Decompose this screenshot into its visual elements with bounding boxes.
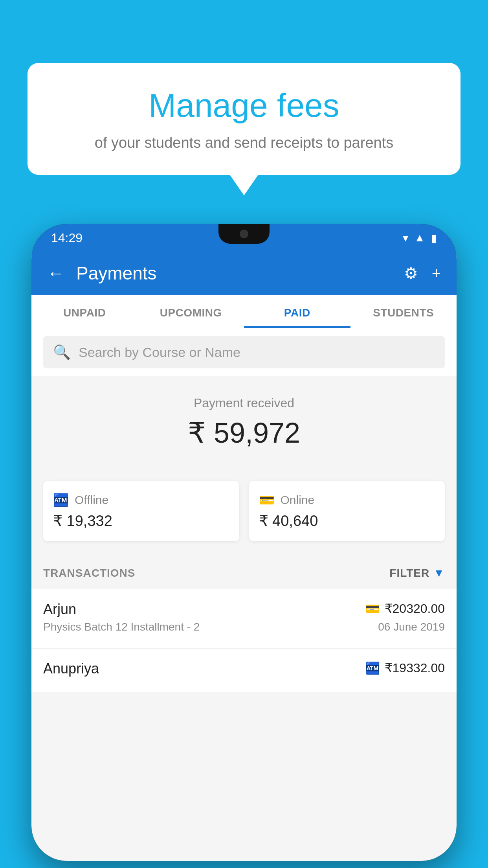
back-button[interactable]: ← [47,263,64,283]
add-icon[interactable]: + [432,265,441,282]
transaction-item-anupriya[interactable]: Anupriya 🏧 ₹19332.00 [31,649,457,692]
bubble-title: Manage fees [47,86,441,125]
payment-total-amount: ₹ 59,972 [43,416,445,449]
app-screen: ← Payments ⚙ + UNPAID UPCOMING PAID STUD… [31,252,457,861]
transaction-item-arjun[interactable]: Arjun 💳 ₹20320.00 Physics Batch 12 Insta… [31,589,457,649]
online-amount: ₹ 40,640 [259,512,435,530]
transaction-name: Anupriya [43,660,99,677]
transaction-detail: Physics Batch 12 Installment - 2 [43,621,200,633]
transaction-name: Arjun [43,601,76,618]
transaction-date: 06 June 2019 [378,621,445,633]
offline-card: 🏧 Offline ₹ 19,332 [43,481,239,541]
status-time: 14:29 [51,231,83,245]
transaction-row: Arjun 💳 ₹20320.00 [43,601,445,618]
online-card: 💳 Online ₹ 40,640 [249,481,445,541]
transactions-label: TRANSACTIONS [43,567,135,579]
payment-type-icon-offline: 🏧 [365,661,380,675]
bubble-subtitle: of your students and send receipts to pa… [47,132,441,153]
transaction-amount: ₹20320.00 [385,601,445,616]
notch [218,224,270,244]
payment-summary: Payment received ₹ 59,972 [31,376,457,481]
wifi-icon: ▾ [403,232,408,245]
battery-icon: ▮ [431,232,437,245]
status-icons: ▾ ▲ ▮ [403,232,437,245]
transaction-amount-row: 🏧 ₹19332.00 [365,660,445,675]
app-header: ← Payments ⚙ + [31,252,457,295]
transaction-amount-row: 💳 ₹20320.00 [365,601,445,616]
settings-icon[interactable]: ⚙ [404,264,418,282]
transaction-row: Anupriya 🏧 ₹19332.00 [43,660,445,677]
search-input[interactable]: Search by Course or Name [79,345,240,360]
tab-students[interactable]: STUDENTS [350,295,457,328]
offline-amount: ₹ 19,332 [53,512,229,530]
search-bar[interactable]: 🔍 Search by Course or Name [43,336,445,368]
filter-label: FILTER [389,567,429,579]
header-actions: ⚙ + [404,264,441,282]
speech-bubble: Manage fees of your students and send re… [28,63,460,175]
phone-frame: 14:29 ▾ ▲ ▮ ← Payments ⚙ + UNPAID UPCOMI… [31,224,457,861]
payment-type-icon-online: 💳 [365,602,380,616]
tab-upcoming[interactable]: UPCOMING [138,295,244,328]
payment-label: Payment received [43,396,445,410]
tab-unpaid[interactable]: UNPAID [31,295,138,328]
offline-icon: 🏧 [53,493,69,508]
offline-card-header: 🏧 Offline [53,493,229,508]
online-label: Online [281,493,315,507]
filter-icon: ▼ [433,567,445,579]
payment-cards: 🏧 Offline ₹ 19,332 💳 Online ₹ 40,640 [31,481,457,557]
search-container: 🔍 Search by Course or Name [31,328,457,376]
page-title: Payments [76,263,392,284]
tabs-bar: UNPAID UPCOMING PAID STUDENTS [31,295,457,328]
online-icon: 💳 [259,493,275,508]
offline-label: Offline [75,493,108,507]
status-bar: 14:29 ▾ ▲ ▮ [31,224,457,252]
transaction-amount: ₹19332.00 [385,660,445,675]
online-card-header: 💳 Online [259,493,435,508]
search-icon: 🔍 [53,344,71,360]
camera [240,230,248,238]
signal-icon: ▲ [414,232,425,244]
tab-paid[interactable]: PAID [244,295,350,328]
transaction-detail-row: Physics Batch 12 Installment - 2 06 June… [43,621,445,633]
transactions-header: TRANSACTIONS FILTER ▼ [31,557,457,589]
filter-button[interactable]: FILTER ▼ [389,567,445,579]
